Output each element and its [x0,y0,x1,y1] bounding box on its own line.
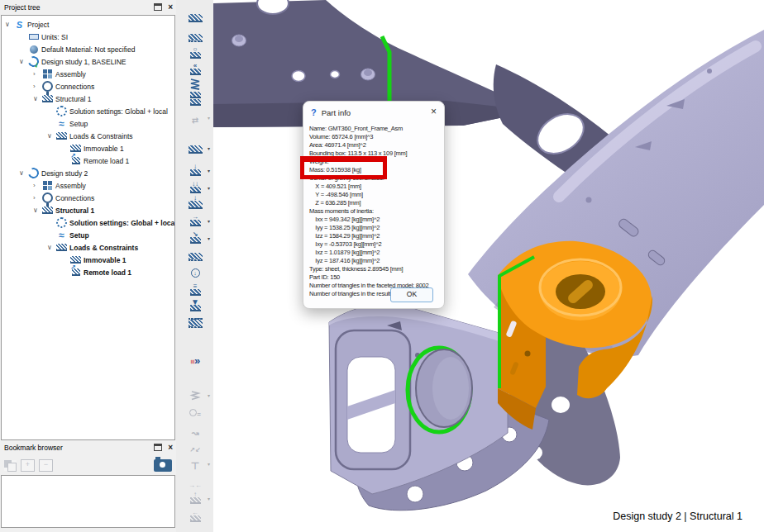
spring-connector-icon[interactable]: ▾ [182,385,208,401]
close-panel-icon[interactable]: × [168,4,173,11]
spot-weld-icon[interactable]: ↑▾ [182,488,208,504]
response-graph-icon[interactable]: ↝ [182,420,208,436]
part-info-titlebar[interactable]: ?Part info × [303,102,444,121]
design-study-icon [26,166,41,180]
tree-item-structural-1[interactable]: ∨Structural 1 [2,93,174,105]
dynamic-load-icon[interactable] [182,312,208,328]
loads-constraints-icon [56,132,67,140]
tree-item-immovable-2[interactable]: Immovable 1 [2,254,174,266]
tree-item-immovable-1[interactable]: Immovable 1 [2,142,174,154]
bearing-load-icon[interactable]: ↘▾ [182,228,208,244]
structural-icon [42,207,53,214]
structural-icon [42,95,53,102]
float-panel-icon[interactable] [154,3,162,11]
connector-icon[interactable]: ⇄▾ [182,107,208,123]
tree-item-design-study-2[interactable]: ∨Design study 2 [2,167,174,179]
tree-item-setup-2[interactable]: Setup [2,229,174,241]
loads-toolbar: ○ « ⇄▾ ▾ ↓▾ ↓↓▾ ↓ →▾ ↘▾ ↓ ≡ ▼ ≡» ▾ = ↝ ↗… [176,0,214,532]
bookmark-browser-titlebar: Bookmark browser × [1,441,175,455]
project-tree-panel: Project tree × ∨Project Units: SI Defaul… [1,1,175,440]
close-dialog-icon[interactable]: × [431,106,437,117]
seam-weld-icon[interactable]: ← [182,506,208,522]
separate-contact-icon[interactable]: →← [182,473,208,488]
resize-connection-icon[interactable]: ↗↙ [182,437,208,453]
remote-load-icon [72,157,80,164]
bookmark-toolbar: + − [1,455,175,475]
spring-support-icon[interactable] [182,74,208,90]
tree-item-setup-1[interactable]: Setup [2,117,174,130]
pressure-icon[interactable]: ↓↓▾ [182,178,208,193]
part-info-dialog: ?Part info × Name: GMT360_Front_Frame_As… [303,101,445,309]
connections-icon [42,192,53,203]
tree-item-solution-settings-1[interactable]: Solution settings: Global + local [2,105,174,117]
project-tree: ∨Project Units: SI Default Material: Not… [1,15,175,440]
immovable-support-icon[interactable] [182,7,208,22]
pin-support-icon[interactable]: ○ [182,43,208,59]
left-dock: Project tree × ∨Project Units: SI Defaul… [0,0,176,532]
hinge-support-icon[interactable]: « [182,59,208,75]
assembly-icon [43,181,52,190]
tree-item-remote-load-1[interactable]: Remote load 1 [2,154,174,167]
tree-item-remote-load-2[interactable]: Remote load 1 [2,266,174,278]
remote-load-icon [72,268,80,276]
design-study-icon [26,55,41,69]
bookmark-browser-title: Bookmark browser [4,444,63,452]
float-panel-icon[interactable] [154,444,162,451]
bookmark-stack-icon[interactable] [4,460,17,471]
units-icon [29,34,39,40]
tree-item-connections-1[interactable]: ›Connections [2,80,174,93]
setup-icon [56,230,67,240]
bookmark-list[interactable] [1,475,175,528]
remove-bookmark-icon[interactable]: − [39,459,53,472]
tree-item-units[interactable]: Units: SI [2,31,174,43]
3d-viewport[interactable]: Design study 2 | Structural 1 [213,0,764,532]
setup-icon [56,119,67,129]
tree-item-default-material[interactable]: Default Material: Not specified [2,43,174,55]
remote-load-icon[interactable]: →▾ [182,211,208,226]
project-tree-titlebar: Project tree × [1,1,175,15]
gear-icon [56,106,67,116]
tree-item-solution-settings-2[interactable]: Solution settings: Global + local [2,216,174,229]
tree-item-loads-constraints-2[interactable]: ∨Loads & Constraints [2,241,174,254]
bookmark-browser-panel: Bookmark browser × + − [1,441,175,528]
prescribed-displacement-icon[interactable] [182,90,208,106]
add-bookmark-icon[interactable]: + [21,459,35,472]
tree-item-structural-2[interactable]: ∨Structural 1 [2,204,174,216]
part-info-body: Name: GMT360_Front_Frame_Asm Volume: 657… [303,121,444,298]
help-icon: ? [311,107,317,117]
tree-item-loads-constraints-1[interactable]: ∨Loads & Constraints [2,130,174,142]
tree-item-project[interactable]: ∨Project [2,18,174,31]
material-icon [30,45,38,54]
gear-icon [56,217,67,228]
camera-icon[interactable] [154,459,172,472]
virtual-connector-icon[interactable]: = [182,404,208,420]
force-icon[interactable]: ↓▾ [182,160,208,176]
flow-icon[interactable]: ≡» [182,352,208,368]
loads-constraints-icon [56,244,67,251]
tree-item-assembly-2[interactable]: ›Assembly [2,179,174,192]
tree-item-design-study-1[interactable]: ∨Design study 1, BASELINE [2,55,174,68]
tree-item-assembly-1[interactable]: ›Assembly [2,68,174,80]
project-tree-title: Project tree [4,3,40,12]
assembly-icon [43,69,52,78]
sliding-support-icon[interactable] [182,26,208,42]
simsolid-logo-icon [14,20,25,30]
connections-icon [42,81,53,92]
distributed-load-icon[interactable]: ▾ [182,138,208,154]
dialog-title: Part info [322,108,351,117]
active-study-status: Design study 2 | Structural 1 [613,511,743,522]
ok-button[interactable]: OK [390,287,433,302]
gravity-load-icon[interactable]: ↓ [182,262,208,278]
thermal-load-icon[interactable] [182,245,208,261]
torque-icon[interactable]: ↓ [182,193,208,209]
close-panel-icon[interactable]: × [168,444,173,451]
bolt-nut-icon[interactable]: ⊤▾ [182,454,208,469]
hydrostatic-load-icon[interactable]: ≡ [182,280,208,296]
tree-item-connections-2[interactable]: ›Connections [2,192,174,204]
3d-model-view[interactable] [213,0,764,532]
inertia-relief-icon[interactable]: ▼ [182,296,208,311]
mass-highlight-annotation [300,156,387,179]
